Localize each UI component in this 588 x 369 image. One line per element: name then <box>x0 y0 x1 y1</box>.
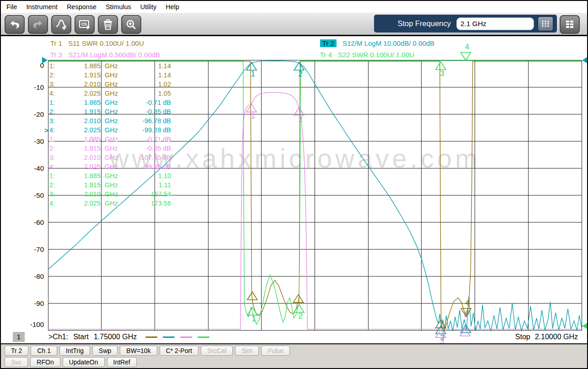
trace-definition: S11 SWR 0.100U/ 1.00U <box>68 39 144 47</box>
marker-row: 4: 2.025 GHz -99.28 dB <box>49 125 171 135</box>
marker-row: 2: 1.915 GHz -0.85 dB <box>49 144 171 153</box>
status-button[interactable]: Pulse <box>261 346 290 356</box>
delete-icon <box>103 19 113 30</box>
toolbar-button-group: Ch <box>5 15 141 34</box>
trace-color-swatch <box>180 336 192 338</box>
trace-color-swatches <box>145 336 209 338</box>
trace-add-button[interactable] <box>51 15 71 34</box>
marker-number: 1: <box>49 61 67 71</box>
menu-item[interactable]: Utility <box>140 3 161 11</box>
marker-frequency: 2.010 <box>67 190 101 199</box>
start-label: Start <box>73 333 89 341</box>
marker-frequency: 1.885 <box>67 171 101 180</box>
status-button[interactable]: Sim <box>235 346 259 356</box>
y-axis-label: -10 <box>15 83 44 92</box>
trace-definition: S21/M LogM 0.500dB/ 0.00dB <box>68 51 160 59</box>
status-button[interactable]: IntRef <box>107 357 137 367</box>
marker-row: 2: 1.915 GHz 1.11 <box>49 180 171 190</box>
y-axis-label: -90 <box>15 299 44 308</box>
marker-frequency-unit: GHz <box>101 162 128 171</box>
zoom-in-button[interactable] <box>121 15 141 34</box>
marker-frequency-unit: GHz <box>101 171 128 180</box>
trace-id: Tr 4 <box>320 51 332 59</box>
marker-frequency: 1.915 <box>67 180 101 190</box>
marker-frequency: 2.010 <box>67 153 101 162</box>
start-frequency-group: >Ch1: Start 1.75000 GHz <box>48 333 209 341</box>
marker-frequency-unit: GHz <box>101 80 128 89</box>
marker-value: -0.71 dB <box>128 98 171 107</box>
marker-row: 1: 1.885 GHz -0.71 dB <box>49 135 171 144</box>
y-axis-label: -40 <box>15 164 44 173</box>
status-button[interactable]: SrcCal <box>201 346 233 356</box>
marker-frequency: 1.915 <box>67 71 101 80</box>
marker-table: 1: 1.885 GHz 1.14 2: 1.915 GHz 1.14 3: 2… <box>49 61 171 208</box>
marker-number: 3: <box>49 80 67 89</box>
y-axis-label: -60 <box>15 218 44 227</box>
keypad-button[interactable] <box>538 16 553 31</box>
marker-frequency: 2.010 <box>67 116 101 125</box>
marker-number: 1: <box>49 98 67 107</box>
menu-item[interactable]: File <box>6 3 22 11</box>
marker-frequency-unit: GHz <box>101 180 128 190</box>
channel-add-button[interactable]: Ch <box>75 15 95 34</box>
marker-number: 4: <box>49 89 67 98</box>
layout-button[interactable] <box>560 15 580 34</box>
marker-frequency: 1.915 <box>67 144 101 153</box>
channel-prefix: >Ch1: <box>48 333 68 341</box>
marker-row: 3: 2.010 GHz -107.55 dB <box>49 153 171 162</box>
status-button[interactable]: UpdateOn <box>63 357 105 367</box>
status-button[interactable]: RFOn <box>30 357 60 367</box>
vna-window: { "menu": {"items": ["File","Instrument"… <box>0 0 588 369</box>
trace-id: Tr 1 <box>50 39 62 47</box>
marker-value: 1.05 <box>128 89 171 98</box>
redo-button[interactable] <box>28 15 48 34</box>
status-button[interactable]: Swp <box>92 346 118 356</box>
toolbar: Ch Stop Frequency <box>1 13 587 36</box>
y-axis-label: -80 <box>15 272 44 281</box>
trace-header-tr4[interactable]: Tr 4 S22 SWR 0.100U/ 1.00U <box>320 51 414 59</box>
marker-frequency-unit: GHz <box>101 61 128 71</box>
marker-row: 2: 1.915 GHz -0.85 dB <box>49 107 171 116</box>
channel-add-icon: Ch <box>79 19 91 30</box>
trace-header-tr1[interactable]: Tr 1 S11 SWR 0.100U/ 1.00U <box>50 39 144 47</box>
menu-item[interactable]: Stimulus <box>106 3 136 11</box>
marker-number: 3: <box>49 116 67 125</box>
marker-row: 3: 2.010 GHz 1.02 <box>49 80 171 89</box>
status-button[interactable]: C* 2-Port <box>160 346 199 356</box>
marker-frequency: 1.885 <box>67 61 101 71</box>
marker-number: 2: <box>49 107 67 116</box>
marker-number: 4: <box>49 199 67 208</box>
status-button[interactable]: IntTrig <box>59 346 90 356</box>
marker-number: 4: <box>49 125 67 135</box>
trace-add-icon <box>55 19 67 30</box>
delete-button[interactable] <box>98 15 118 34</box>
marker-frequency: 2.025 <box>67 162 101 171</box>
marker-number: 2: <box>49 144 67 153</box>
keypad-icon <box>541 20 550 28</box>
marker-frequency: 2.025 <box>67 89 101 98</box>
menu-item[interactable]: Help <box>166 3 184 11</box>
status-row-1: Tr 2Ch 1IntTrigSwpBW=10kC* 2-PortSrcCalS… <box>1 344 587 356</box>
status-button[interactable]: Svc <box>5 357 28 367</box>
channel-indicator[interactable]: 1 <box>13 332 25 342</box>
trace-header-tr3[interactable]: Tr 3 S21/M LogM 0.500dB/ 0.00dB <box>50 51 160 59</box>
marker-number: 1: <box>49 135 67 144</box>
trace-id-active: Tr 2 <box>320 39 337 47</box>
marker-frequency-unit: GHz <box>101 135 128 144</box>
marker-number: 2: <box>49 71 67 80</box>
status-button[interactable]: Ch 1 <box>31 346 57 356</box>
undo-button[interactable] <box>5 15 25 34</box>
zoom-in-icon <box>126 19 137 30</box>
menu-item[interactable]: Response <box>67 3 102 11</box>
trace-id: Tr 3 <box>50 51 62 59</box>
marker-row: 3: 2.010 GHz 157.54 <box>49 190 171 199</box>
marker-value: 1.10 <box>128 171 171 180</box>
menu-item[interactable]: Instrument <box>26 3 63 11</box>
stop-label: Stop <box>515 333 530 341</box>
stop-frequency-input[interactable] <box>456 17 534 30</box>
status-button[interactable]: BW=10k <box>120 346 157 356</box>
marker-frequency: 2.010 <box>67 80 101 89</box>
status-button[interactable]: Tr 2 <box>5 346 28 356</box>
trace-header-tr2[interactable]: Tr 2 S12/M LogM 10.00dB/ 0.00dB <box>320 39 434 47</box>
marker-value: -96.78 dB <box>128 116 171 125</box>
